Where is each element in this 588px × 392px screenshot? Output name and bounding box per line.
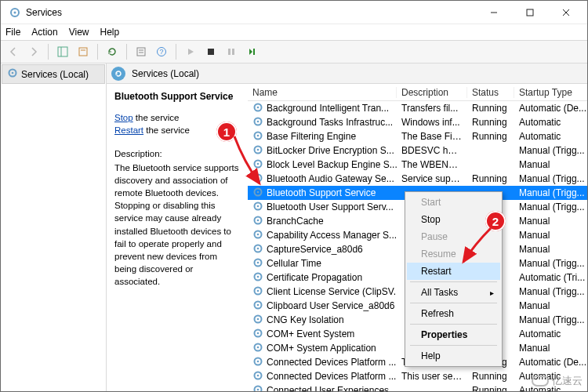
service-name: Connected Devices Platform ... [267, 371, 396, 382]
properties-button[interactable] [132, 42, 151, 61]
gear-icon [252, 229, 263, 242]
service-startup: Manual (Trigg... [514, 286, 587, 297]
navigation-pane: Services (Local) [1, 64, 107, 391]
main-header-title: Services (Local) [132, 68, 199, 79]
service-row[interactable]: Background Tasks Infrastruc...Windows in… [248, 115, 587, 129]
service-desc: This user ser... [397, 371, 467, 382]
svg-point-1 [14, 11, 16, 13]
stop-link[interactable]: Stop [114, 113, 133, 122]
service-startup: Automatic (De... [514, 103, 587, 114]
cm-resume: Resume [407, 245, 500, 263]
service-startup: Manual [514, 300, 587, 311]
toolbar: ? [1, 40, 587, 64]
service-startup: Manual (Trigg... [514, 187, 587, 198]
svg-point-30 [257, 162, 260, 165]
gear-icon [252, 314, 263, 327]
col-name[interactable]: Name [248, 87, 397, 98]
service-startup: Manual [514, 343, 587, 354]
refresh-icon[interactable] [111, 67, 125, 81]
restart-service-button[interactable] [242, 42, 261, 61]
export-list-button[interactable] [74, 42, 93, 61]
service-status: Running [467, 173, 514, 184]
service-row[interactable]: Bluetooth Audio Gateway Se...Service sup… [248, 172, 587, 186]
cm-restart[interactable]: Restart [407, 263, 500, 280]
service-startup: Manual (Trigg... [514, 145, 587, 156]
service-startup: Automatic (Tri... [514, 272, 587, 283]
service-name: Capability Access Manager S... [267, 230, 397, 241]
svg-point-34 [257, 191, 260, 193]
cm-help[interactable]: Help [407, 347, 500, 365]
help-button[interactable]: ? [152, 42, 171, 61]
restart-link[interactable]: Restart [114, 125, 143, 135]
service-desc: Windows inf... [397, 117, 467, 128]
svg-rect-15 [208, 49, 214, 55]
window-title: Services [26, 7, 476, 18]
nav-back-button[interactable] [4, 42, 23, 61]
service-startup: Manual [514, 216, 587, 227]
gear-icon [252, 370, 263, 383]
restart-suffix: the service [143, 125, 190, 135]
menu-action[interactable]: Action [31, 27, 57, 38]
col-description[interactable]: Description [397, 87, 467, 98]
service-row[interactable]: Background Intelligent Tran...Transfers … [248, 101, 587, 115]
maximize-button[interactable] [512, 1, 548, 24]
gear-icon [252, 271, 263, 285]
nav-forward-button[interactable] [24, 42, 43, 61]
show-hide-tree-button[interactable] [53, 42, 72, 61]
stop-service-button[interactable] [201, 42, 220, 61]
list-header[interactable]: Name Description Status Startup Type Log [248, 84, 587, 101]
service-status: Running [467, 117, 514, 128]
service-startup: Manual (Trigg... [514, 173, 587, 184]
gear-icon [252, 243, 263, 256]
service-name: Client License Service (ClipSV... [267, 286, 397, 297]
col-status[interactable]: Status [467, 87, 514, 98]
service-startup: Manual [514, 159, 587, 170]
svg-point-32 [257, 176, 260, 179]
titlebar: Services [1, 1, 587, 24]
col-startup[interactable]: Startup Type [514, 87, 587, 98]
refresh-button[interactable] [103, 42, 122, 61]
service-startup: Automatic [514, 328, 587, 339]
svg-rect-10 [137, 48, 145, 56]
svg-point-48 [257, 289, 260, 292]
service-startup: Automatic [514, 131, 587, 142]
svg-point-52 [257, 318, 260, 320]
cm-pause: Pause [407, 228, 500, 245]
gear-icon [252, 285, 263, 299]
service-name: Certificate Propagation [267, 272, 362, 283]
service-startup: Automatic [514, 117, 587, 128]
cloud-icon [532, 376, 549, 387]
service-name: Cellular Time [267, 258, 321, 269]
menubar: File Action View Help [1, 24, 587, 40]
menu-file[interactable]: File [5, 27, 20, 38]
service-row[interactable]: Base Filtering EngineThe Base Filt...Run… [248, 129, 587, 143]
service-name: CNG Key Isolation [267, 314, 344, 325]
svg-rect-17 [232, 49, 234, 55]
service-row[interactable]: BitLocker Drive Encryption S...BDESVC ho… [248, 143, 587, 158]
cm-all-tasks[interactable]: All Tasks▸ [407, 284, 500, 301]
pause-service-button[interactable] [222, 42, 241, 61]
close-button[interactable] [548, 1, 584, 24]
service-name: BitLocker Drive Encryption S... [267, 145, 394, 156]
start-service-button[interactable] [181, 42, 200, 61]
service-desc: The WBENGI... [397, 159, 467, 170]
menu-view[interactable]: View [69, 27, 89, 38]
svg-point-62 [257, 388, 260, 390]
services-window: Services File Action View Help ? [0, 0, 588, 392]
cm-properties[interactable]: Properties [407, 326, 500, 343]
cm-separator [410, 324, 497, 325]
nav-services-local[interactable]: Services (Local) [2, 64, 105, 84]
cm-refresh[interactable]: Refresh [407, 305, 500, 322]
toolbar-separator [97, 44, 98, 60]
gear-icon [252, 201, 263, 214]
menu-help[interactable]: Help [100, 27, 120, 38]
svg-point-24 [257, 120, 260, 122]
watermark-text: 亿速云 [552, 374, 583, 388]
svg-rect-16 [228, 49, 230, 55]
svg-point-36 [257, 205, 260, 207]
description-label: Description: [114, 147, 240, 160]
service-row[interactable]: Block Level Backup Engine S...The WBENGI… [248, 158, 587, 172]
gear-icon [252, 158, 263, 172]
svg-point-58 [257, 360, 260, 362]
minimize-button[interactable] [476, 1, 512, 24]
